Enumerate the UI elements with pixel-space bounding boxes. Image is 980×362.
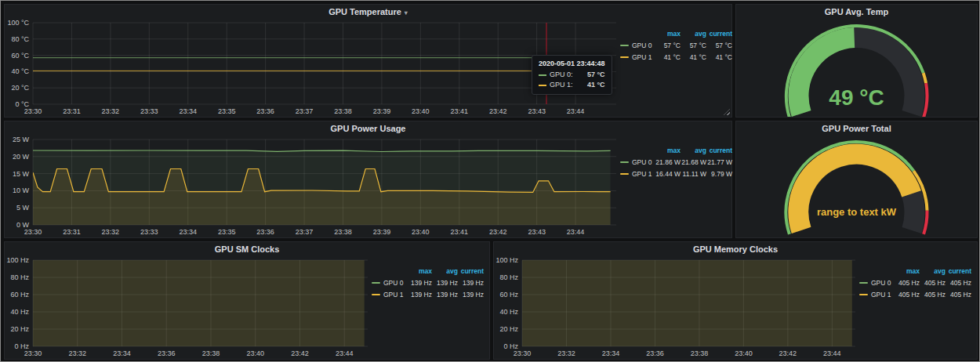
svg-text:23:44: 23:44 [567,107,585,115]
legend-series-value: 21.86 W [655,158,681,166]
svg-text:23:38: 23:38 [202,349,220,357]
legend-series-row[interactable]: GPU 1139 Hz139 Hz139 Hz [372,288,489,300]
svg-text:23:31: 23:31 [63,107,81,115]
svg-text:23:34: 23:34 [179,228,197,236]
legend-series-row[interactable]: GPU 0139 Hz139 Hz139 Hz [372,277,489,288]
legend-column-header[interactable]: max [894,267,920,275]
svg-text:23:40: 23:40 [412,228,430,236]
panel-title-gpu-power-total[interactable]: GPU Power Total [736,121,977,136]
series-color-swatch [859,294,868,295]
tooltip-series-value: 57 °C [576,70,605,80]
legend-series-value: 405 Hz [920,291,946,299]
chart-svg: 0 Hz20 Hz40 Hz60 Hz80 Hz100 Hz23:3023:32… [494,256,859,359]
legend-series-name: GPU 1 [871,291,891,299]
legend-series-value: 405 Hz [894,279,920,287]
tooltip-row: GPU 1: 41 °C [539,80,605,90]
svg-text:23:42: 23:42 [489,228,507,236]
svg-text:25 W: 25 W [13,136,30,143]
gpu-memory-clocks-legend: maxavgcurrentGPU 0405 Hz405 Hz405 HzGPU … [859,256,977,359]
panel-title-gpu-avg-temp[interactable]: GPU Avg. Temp [736,5,977,19]
svg-text:23:40: 23:40 [412,107,430,115]
gpu-sm-clocks-chart[interactable]: 0 Hz20 Hz40 Hz60 Hz80 Hz100 Hz23:3023:32… [5,256,372,359]
legend-column-header[interactable]: current [458,267,484,275]
svg-text:23:44: 23:44 [823,349,841,357]
series-color-swatch [620,173,629,175]
svg-text:23:33: 23:33 [140,107,158,115]
legend-series-row[interactable]: GPU 141 °C41 °C41 °C [620,51,734,63]
legend-header: maxavgcurrent [859,265,977,277]
svg-text:range to text kW: range to text kW [817,206,897,218]
svg-text:23:39: 23:39 [373,228,391,236]
svg-text:20 W: 20 W [13,153,30,161]
legend-series-row[interactable]: GPU 057 °C57 °C57 °C [620,39,734,51]
legend-series-value: 41 °C [706,53,732,61]
legend-series-row[interactable]: GPU 021.86 W21.68 W21.77 W [620,156,734,168]
svg-text:80 Hz: 80 Hz [10,273,29,281]
svg-text:23:40: 23:40 [246,349,264,357]
svg-text:23:38: 23:38 [334,107,352,115]
svg-text:23:43: 23:43 [528,228,546,236]
svg-text:23:42: 23:42 [291,349,309,357]
tooltip-series-name: GPU 1: [550,80,573,90]
legend-column-header[interactable]: avg [681,30,706,38]
panel-title-gpu-temperature[interactable]: GPU Temperature▾ [5,5,731,19]
series-color-swatch [620,56,629,58]
svg-text:23:34: 23:34 [113,349,131,357]
legend-column-header[interactable]: avg [920,267,946,275]
legend-header: maxavgcurrent [620,27,734,39]
panel-gpu-sm-clocks: GPU SM Clocks 0 Hz20 Hz40 Hz60 Hz80 Hz10… [4,241,490,360]
svg-text:20 °C: 20 °C [11,84,29,92]
legend-column-header[interactable]: current [946,267,971,275]
svg-text:40 Hz: 40 Hz [10,308,29,316]
svg-text:23:37: 23:37 [296,107,314,115]
series-color-swatch [539,85,546,86]
svg-text:10 W: 10 W [13,186,30,194]
svg-text:23:39: 23:39 [373,107,391,115]
legend-series-row[interactable]: GPU 0405 Hz405 Hz405 Hz [859,277,977,288]
tooltip-series-name: GPU 0: [550,70,573,80]
svg-text:23:36: 23:36 [158,349,176,357]
legend-series-name: GPU 0 [871,279,891,287]
legend-series-value: 139 Hz [406,279,432,287]
legend-series-value: 11.11 W [681,170,706,178]
grafana-dashboard: { "icons": { "chevron_down": "▾" }, "pan… [0,0,980,362]
svg-text:23:33: 23:33 [140,228,158,236]
legend-series-name: GPU 0 [383,279,404,287]
legend-column-header[interactable]: avg [681,147,706,154]
svg-text:23:34: 23:34 [179,107,197,115]
legend-series-row[interactable]: GPU 1405 Hz405 Hz405 Hz [859,288,977,300]
chart-svg: 0 Hz20 Hz40 Hz60 Hz80 Hz100 Hz23:3023:32… [5,256,372,359]
gpu-power-usage-chart[interactable]: 0 W5 W10 W15 W20 W25 W23:3023:3123:3223:… [5,136,620,237]
svg-text:100 °C: 100 °C [7,19,29,27]
svg-text:23:36: 23:36 [256,228,274,236]
gpu-sm-clocks-legend: maxavgcurrentGPU 0139 Hz139 Hz139 HzGPU … [372,256,489,359]
panel-title-text: GPU Memory Clocks [693,244,778,254]
legend-column-header[interactable]: current [706,147,732,154]
series-color-swatch [859,282,868,284]
legend-series-value: 21.77 W [706,158,732,166]
panel-title-gpu-sm-clocks[interactable]: GPU SM Clocks [5,242,489,256]
legend-column-header[interactable]: max [406,267,432,275]
legend-series-name: GPU 1 [383,291,404,299]
svg-text:20 Hz: 20 Hz [10,325,29,333]
panel-gpu-avg-temp: GPU Avg. Temp 49 °C [735,4,978,118]
legend-column-header[interactable]: max [655,30,681,38]
svg-text:23:37: 23:37 [296,228,314,236]
legend-column-header[interactable]: max [655,147,681,154]
legend-series-name: GPU 0 [632,42,652,49]
svg-text:49 °C: 49 °C [829,85,884,110]
series-color-swatch [539,74,546,76]
legend-column-header[interactable]: current [706,30,732,38]
legend-series-value: 139 Hz [432,279,458,287]
legend-series-value: 21.68 W [681,158,706,166]
legend-column-header[interactable]: avg [432,267,458,275]
legend-series-row[interactable]: GPU 116.44 W11.11 W9.79 W [620,168,734,179]
svg-text:5 W: 5 W [16,204,30,212]
svg-text:100 Hz: 100 Hz [495,256,518,264]
panel-title-gpu-memory-clocks[interactable]: GPU Memory Clocks [494,242,977,256]
legend-series-value: 405 Hz [946,291,971,299]
panel-title-text: GPU Temperature [328,7,401,16]
gpu-temperature-chart[interactable]: 0 °C20 °C40 °C60 °C80 °C100 °C23:3023:31… [5,19,620,117]
gpu-memory-clocks-chart[interactable]: 0 Hz20 Hz40 Hz60 Hz80 Hz100 Hz23:3023:32… [494,256,859,359]
panel-title-gpu-power-usage[interactable]: GPU Power Usage [5,121,731,136]
